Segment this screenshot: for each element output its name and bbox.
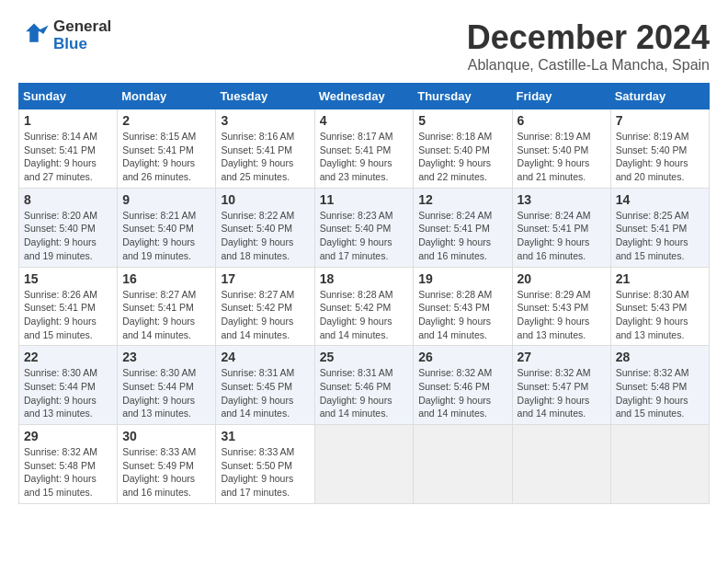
calendar-day-empty [314, 425, 414, 504]
calendar-day-16: 16Sunrise: 8:27 AMSunset: 5:41 PMDayligh… [118, 267, 216, 346]
day-info: Sunrise: 8:28 AMSunset: 5:42 PMDaylight:… [320, 288, 409, 342]
calendar-week-5: 29Sunrise: 8:32 AMSunset: 5:48 PMDayligh… [19, 425, 710, 504]
header-friday: Friday [512, 84, 610, 109]
day-number: 30 [122, 429, 210, 443]
calendar-day-31: 31Sunrise: 8:33 AMSunset: 5:50 PMDayligh… [216, 425, 314, 504]
calendar-day-29: 29Sunrise: 8:32 AMSunset: 5:48 PMDayligh… [19, 425, 118, 504]
day-number: 8 [24, 192, 112, 207]
day-info: Sunrise: 8:22 AMSunset: 5:40 PMDaylight:… [221, 209, 309, 263]
day-number: 13 [518, 192, 606, 207]
day-number: 1 [24, 113, 112, 128]
header-monday: Monday [118, 84, 216, 109]
header-tuesday: Tuesday [216, 84, 314, 109]
calendar-day-13: 13Sunrise: 8:24 AMSunset: 5:41 PMDayligh… [512, 188, 610, 267]
calendar-day-24: 24Sunrise: 8:31 AMSunset: 5:45 PMDayligh… [216, 346, 314, 425]
calendar-day-27: 27Sunrise: 8:32 AMSunset: 5:47 PMDayligh… [512, 346, 610, 425]
calendar-table: Sunday Monday Tuesday Wednesday Thursday… [18, 83, 710, 504]
svg-marker-1 [39, 25, 49, 34]
day-number: 20 [518, 271, 606, 286]
day-number: 4 [320, 113, 409, 128]
calendar-day-7: 7Sunrise: 8:19 AMSunset: 5:40 PMDaylight… [610, 109, 709, 189]
calendar-day-empty [610, 425, 709, 504]
calendar-day-empty [512, 425, 610, 504]
logo-general: General [53, 18, 111, 36]
day-number: 14 [616, 192, 704, 207]
day-number: 15 [24, 271, 112, 286]
day-number: 11 [320, 192, 409, 207]
day-number: 29 [24, 429, 112, 443]
calendar-day-1: 1Sunrise: 8:14 AMSunset: 5:41 PMDaylight… [19, 109, 118, 189]
calendar-day-8: 8Sunrise: 8:20 AMSunset: 5:40 PMDaylight… [19, 188, 118, 267]
calendar-day-11: 11Sunrise: 8:23 AMSunset: 5:40 PMDayligh… [314, 188, 414, 267]
calendar-day-14: 14Sunrise: 8:25 AMSunset: 5:41 PMDayligh… [610, 188, 709, 267]
day-info: Sunrise: 8:30 AMSunset: 5:43 PMDaylight:… [616, 288, 704, 342]
day-info: Sunrise: 8:25 AMSunset: 5:41 PMDaylight:… [616, 209, 704, 263]
header-wednesday: Wednesday [314, 84, 414, 109]
day-number: 24 [221, 350, 309, 364]
day-number: 2 [122, 113, 210, 128]
logo: General Blue [18, 18, 111, 52]
day-info: Sunrise: 8:15 AMSunset: 5:41 PMDaylight:… [122, 130, 210, 184]
day-number: 5 [418, 113, 506, 128]
svg-marker-0 [26, 23, 42, 41]
day-info: Sunrise: 8:16 AMSunset: 5:41 PMDaylight:… [221, 130, 309, 184]
calendar-day-4: 4Sunrise: 8:17 AMSunset: 5:41 PMDaylight… [314, 109, 414, 189]
day-info: Sunrise: 8:19 AMSunset: 5:40 PMDaylight:… [518, 130, 606, 184]
calendar-day-10: 10Sunrise: 8:22 AMSunset: 5:40 PMDayligh… [216, 188, 314, 267]
day-info: Sunrise: 8:19 AMSunset: 5:40 PMDaylight:… [616, 130, 704, 184]
calendar-day-2: 2Sunrise: 8:15 AMSunset: 5:41 PMDaylight… [118, 109, 216, 189]
logo-icon [18, 20, 50, 52]
day-info: Sunrise: 8:32 AMSunset: 5:47 PMDaylight:… [518, 366, 606, 420]
logo-blue: Blue [53, 36, 111, 53]
day-number: 27 [518, 350, 606, 364]
day-number: 22 [24, 350, 112, 364]
day-info: Sunrise: 8:21 AMSunset: 5:40 PMDaylight:… [122, 209, 210, 263]
calendar-day-5: 5Sunrise: 8:18 AMSunset: 5:40 PMDaylight… [414, 109, 512, 189]
header-sunday: Sunday [19, 84, 118, 109]
day-number: 18 [320, 271, 409, 286]
calendar-day-9: 9Sunrise: 8:21 AMSunset: 5:40 PMDaylight… [118, 188, 216, 267]
day-info: Sunrise: 8:32 AMSunset: 5:48 PMDaylight:… [616, 366, 704, 420]
day-number: 6 [518, 113, 606, 128]
day-info: Sunrise: 8:33 AMSunset: 5:49 PMDaylight:… [122, 445, 210, 500]
day-info: Sunrise: 8:26 AMSunset: 5:41 PMDaylight:… [24, 288, 112, 342]
day-info: Sunrise: 8:32 AMSunset: 5:48 PMDaylight:… [24, 445, 112, 500]
calendar-day-19: 19Sunrise: 8:28 AMSunset: 5:43 PMDayligh… [414, 267, 512, 346]
calendar-day-15: 15Sunrise: 8:26 AMSunset: 5:41 PMDayligh… [19, 267, 118, 346]
title-block: December 2024 Ablanque, Castille-La Manc… [467, 18, 710, 74]
day-number: 28 [616, 350, 704, 364]
day-number: 26 [418, 350, 506, 364]
day-info: Sunrise: 8:33 AMSunset: 5:50 PMDaylight:… [221, 445, 309, 500]
calendar-day-23: 23Sunrise: 8:30 AMSunset: 5:44 PMDayligh… [118, 346, 216, 425]
page-subtitle: Ablanque, Castille-La Mancha, Spain [467, 57, 710, 74]
day-number: 23 [122, 350, 210, 364]
calendar-header-row: Sunday Monday Tuesday Wednesday Thursday… [19, 84, 710, 109]
day-number: 3 [221, 113, 309, 128]
calendar-day-empty [414, 425, 512, 504]
day-number: 9 [122, 192, 210, 207]
day-info: Sunrise: 8:17 AMSunset: 5:41 PMDaylight:… [320, 130, 409, 184]
calendar-day-28: 28Sunrise: 8:32 AMSunset: 5:48 PMDayligh… [610, 346, 709, 425]
header-saturday: Saturday [610, 84, 709, 109]
day-info: Sunrise: 8:24 AMSunset: 5:41 PMDaylight:… [518, 209, 606, 263]
day-info: Sunrise: 8:18 AMSunset: 5:40 PMDaylight:… [418, 130, 506, 184]
day-number: 7 [616, 113, 704, 128]
day-number: 31 [221, 429, 309, 443]
page-header: General Blue December 2024 Ablanque, Cas… [18, 18, 710, 74]
day-number: 25 [320, 350, 409, 364]
calendar-day-21: 21Sunrise: 8:30 AMSunset: 5:43 PMDayligh… [610, 267, 709, 346]
day-number: 19 [418, 271, 506, 286]
day-number: 12 [418, 192, 506, 207]
day-info: Sunrise: 8:20 AMSunset: 5:40 PMDaylight:… [24, 209, 112, 263]
calendar-day-12: 12Sunrise: 8:24 AMSunset: 5:41 PMDayligh… [414, 188, 512, 267]
calendar-day-17: 17Sunrise: 8:27 AMSunset: 5:42 PMDayligh… [216, 267, 314, 346]
calendar-week-1: 1Sunrise: 8:14 AMSunset: 5:41 PMDaylight… [19, 109, 710, 189]
day-info: Sunrise: 8:32 AMSunset: 5:46 PMDaylight:… [418, 366, 506, 420]
day-info: Sunrise: 8:30 AMSunset: 5:44 PMDaylight:… [24, 366, 112, 420]
day-info: Sunrise: 8:31 AMSunset: 5:45 PMDaylight:… [221, 366, 309, 420]
day-info: Sunrise: 8:30 AMSunset: 5:44 PMDaylight:… [122, 366, 210, 420]
calendar-day-18: 18Sunrise: 8:28 AMSunset: 5:42 PMDayligh… [314, 267, 414, 346]
calendar-day-25: 25Sunrise: 8:31 AMSunset: 5:46 PMDayligh… [314, 346, 414, 425]
day-number: 21 [616, 271, 704, 286]
day-info: Sunrise: 8:24 AMSunset: 5:41 PMDaylight:… [418, 209, 506, 263]
